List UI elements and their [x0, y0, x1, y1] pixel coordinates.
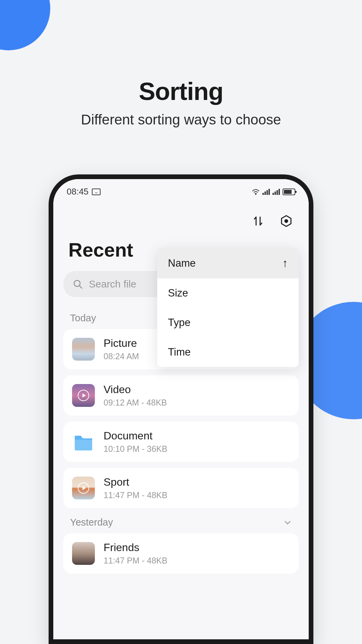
svg-rect-8	[279, 189, 280, 195]
file-list: Friends 11:47 PM - 48KB	[63, 533, 299, 574]
sort-option-label: Type	[168, 317, 190, 329]
file-item[interactable]: Video 09:12 AM - 48KB	[63, 375, 299, 416]
sort-option-name[interactable]: Name ↑	[157, 248, 299, 278]
sort-option-label: Name	[168, 257, 196, 269]
svg-rect-7	[277, 190, 278, 195]
background-decoration	[0, 0, 50, 50]
file-thumbnail-image-icon	[72, 542, 95, 565]
svg-rect-6	[275, 192, 276, 195]
file-thumbnail-image-icon	[72, 338, 95, 361]
file-info: Document 10:10 PM - 36KB	[104, 430, 290, 454]
file-meta: 11:47 PM - 48KB	[104, 490, 290, 500]
sort-button[interactable]	[251, 214, 265, 228]
signal-icon	[262, 189, 270, 195]
settings-button[interactable]	[279, 214, 294, 228]
file-item[interactable]: Document 10:10 PM - 36KB	[63, 422, 299, 462]
file-meta: 10:10 PM - 36KB	[104, 444, 290, 454]
phone-screen: 08:45 Recent Search file	[53, 179, 309, 639]
sort-option-size[interactable]: Size	[157, 278, 299, 308]
file-info: Video 09:12 AM - 48KB	[104, 383, 290, 408]
mail-icon	[92, 189, 101, 195]
battery-icon	[283, 189, 295, 195]
wifi-icon	[252, 189, 260, 195]
chevron-down-icon	[283, 518, 292, 527]
toolbar	[63, 197, 299, 235]
file-thumbnail-folder-icon	[72, 430, 95, 453]
sort-option-type[interactable]: Type	[157, 308, 299, 337]
search-icon	[73, 279, 83, 289]
file-name: Sport	[104, 476, 290, 488]
section-header[interactable]: Yesterday	[63, 508, 299, 533]
svg-point-10	[285, 220, 288, 222]
file-info: Sport 11:47 PM - 48KB	[104, 476, 290, 500]
phone-frame: 08:45 Recent Search file	[49, 174, 313, 644]
svg-rect-3	[266, 190, 268, 195]
file-meta: 09:12 AM - 48KB	[104, 398, 290, 408]
svg-rect-2	[264, 192, 266, 195]
section-label: Yesterday	[70, 517, 113, 528]
section-label: Today	[70, 313, 96, 324]
signal-icon	[273, 189, 280, 195]
svg-rect-5	[273, 193, 274, 195]
status-left: 08:45	[67, 186, 101, 197]
search-placeholder: Search file	[89, 278, 136, 290]
status-time: 08:45	[67, 186, 88, 197]
svg-rect-1	[262, 193, 264, 195]
status-bar: 08:45	[63, 179, 299, 197]
svg-point-0	[255, 193, 256, 194]
sort-option-time[interactable]: Time	[157, 337, 299, 367]
svg-rect-4	[268, 189, 270, 195]
status-right	[252, 189, 295, 195]
file-name: Document	[104, 430, 290, 442]
file-meta: 11:47 PM - 48KB	[104, 556, 290, 566]
sort-menu: Name ↑ Size Type Time	[157, 248, 299, 367]
file-thumbnail-video-icon	[72, 477, 95, 499]
sort-option-label: Time	[168, 346, 191, 358]
sort-option-label: Size	[168, 287, 188, 299]
svg-rect-12	[75, 440, 92, 450]
promo-title: Sorting	[0, 77, 362, 106]
file-item[interactable]: Friends 11:47 PM - 48KB	[63, 533, 299, 574]
arrow-up-icon: ↑	[282, 257, 288, 270]
file-name: Friends	[104, 541, 290, 554]
file-info: Friends 11:47 PM - 48KB	[104, 541, 290, 566]
promo-header: Sorting Different sorting ways to choose	[0, 77, 362, 128]
file-name: Video	[104, 383, 290, 396]
file-item[interactable]: Sport 11:47 PM - 48KB	[63, 468, 299, 508]
file-thumbnail-video-icon	[72, 384, 95, 407]
promo-subtitle: Different sorting ways to choose	[0, 112, 362, 128]
